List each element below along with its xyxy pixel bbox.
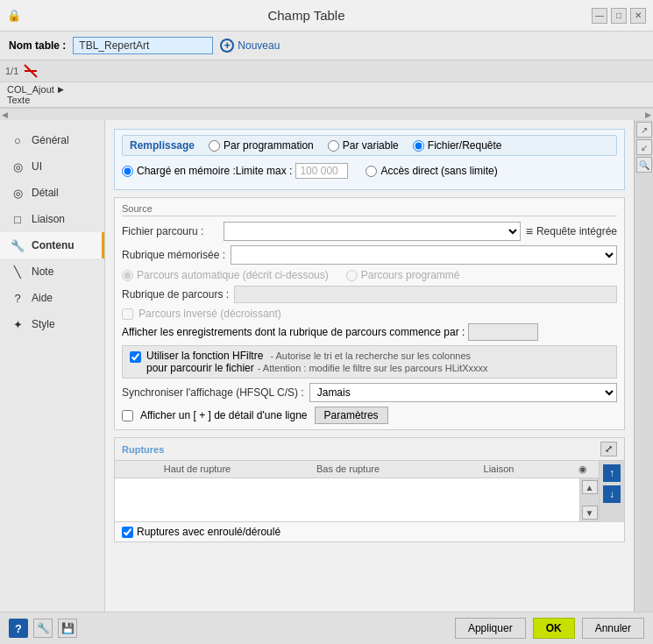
ok-button[interactable]: OK [533, 618, 575, 639]
fichier-requete-radio[interactable] [413, 140, 424, 152]
hfiltre-text-group: Utiliser la fonction HFiltre - Autorise … [146, 350, 488, 374]
nav-delete-button[interactable] [22, 62, 39, 80]
ruptures-table: Haut de rupture Bas de rupture Liaison ◉… [115, 461, 599, 522]
parcours-prog-radio[interactable] [346, 270, 358, 281]
rubrique-parcours-label: Rubrique de parcours : [122, 288, 229, 301]
fichier-parcouru-row: Fichier parcouru : ≡ Requête intégrée [122, 222, 617, 241]
ruptures-section: Ruptures ⤢ Haut de rupture Bas de ruptur… [114, 437, 625, 542]
sidebar-item-liaison[interactable]: □ Liaison [0, 206, 104, 232]
ruptures-scroll-down[interactable]: ▼ [582, 506, 598, 520]
hfiltre-label1: Utiliser la fonction HFiltre [146, 350, 263, 362]
nom-table-label: Nom table : [9, 39, 66, 52]
ruptures-expand-button[interactable]: ⤢ [600, 442, 617, 456]
remplissage-section: Remplissage Par programmation Par variab… [114, 129, 625, 190]
charge-memoire-label: Chargé en mémoire :Limite max : [137, 165, 292, 177]
rubrique-memo-select[interactable] [231, 245, 617, 265]
bottom-icon-btn2[interactable]: 💾 [58, 619, 77, 638]
plus-icon: + [220, 39, 234, 53]
afficher-detail-checkbox[interactable] [122, 410, 133, 421]
afficher-commence-row: Afficher les enregistrements dont la rub… [122, 323, 617, 341]
parcours-inverse-checkbox[interactable] [122, 308, 133, 320]
ruptures-side-btns: ▲ ▼ [579, 478, 599, 521]
general-icon: ○ [11, 133, 25, 147]
rubrique-parcours-input[interactable] [234, 286, 617, 303]
parcours-auto-radio[interactable] [122, 270, 133, 281]
sidebar-label-aide: Aide [32, 292, 53, 304]
detail-icon: ◎ [11, 186, 25, 200]
sidebar-item-contenu[interactable]: 🔧 Contenu [0, 232, 104, 258]
window-title: Champ Table [21, 8, 592, 23]
charge-memoire-row: Chargé en mémoire :Limite max : Accès di… [122, 163, 617, 179]
afficher-input[interactable] [468, 323, 538, 341]
acces-direct-radio[interactable] [366, 166, 377, 177]
ruptures-move-down-button[interactable]: ↓ [603, 485, 621, 503]
sidebar-item-ui[interactable]: ◎ UI [0, 153, 104, 180]
afficher-label: Afficher les enregistrements dont la rub… [122, 326, 465, 338]
parametres-button[interactable]: Paramètres [315, 407, 388, 424]
parcours-inverse-label: Parcours inversé (décroissant) [138, 308, 281, 320]
sidebar-item-detail[interactable]: ◎ Détail [0, 180, 104, 206]
minimize-button[interactable]: — [592, 8, 607, 24]
rubrique-parcours-row: Rubrique de parcours : [122, 286, 617, 303]
afficher-detail-label: Afficher un [ + ] de détail d'une ligne [140, 409, 308, 421]
contenu-icon: 🔧 [11, 238, 25, 252]
annuler-button[interactable]: Annuler [582, 618, 644, 639]
sidebar-label-contenu: Contenu [32, 239, 75, 251]
bottom-right: Appliquer OK Annuler [455, 618, 644, 639]
nouveau-button[interactable]: + Nouveau [220, 39, 280, 53]
help-button[interactable]: ? [9, 619, 28, 638]
h-scroll-bar[interactable]: ◀ ▶ [0, 108, 653, 120]
rubrique-memo-label: Rubrique mémorisée : [122, 249, 225, 261]
hfiltre-checkbox[interactable] [130, 351, 141, 363]
maximize-button[interactable]: □ [611, 8, 627, 24]
fichier-parcouru-select[interactable] [224, 222, 521, 241]
par-variable-label: Par variable [343, 139, 399, 152]
ruptures-enroule-checkbox[interactable] [122, 527, 133, 538]
par-programmation-radio[interactable] [209, 140, 220, 152]
ruptures-scroll-up[interactable]: ▲ [582, 480, 598, 494]
sidebar-label-note: Note [32, 265, 53, 278]
rubrique-memo-row: Rubrique mémorisée : [122, 245, 617, 265]
ruptures-move-up-button[interactable]: ↑ [603, 464, 621, 482]
nom-table-input[interactable] [73, 37, 213, 54]
col-liaison-header: Liaison [423, 464, 574, 475]
remplissage-label: Remplissage [130, 139, 195, 152]
remplissage-tabs: Remplissage Par programmation Par variab… [122, 135, 617, 156]
nav-bar: 1/1 [0, 60, 653, 82]
menu-icon: ≡ [526, 224, 533, 238]
parcours-prog-label: Parcours programmé [361, 269, 460, 281]
limite-max-input[interactable] [295, 163, 348, 179]
ruptures-table-area: Haut de rupture Bas de rupture Liaison ◉… [115, 461, 624, 522]
bottom-icon-btn1[interactable]: 🔧 [33, 619, 53, 638]
hfiltre-note1: - Autorise le tri et la recherche sur le… [270, 350, 471, 361]
top-bar: Nom table : + Nouveau [0, 32, 653, 60]
ruptures-table-header: Haut de rupture Bas de rupture Liaison ◉ [115, 461, 599, 478]
appliquer-button[interactable]: Appliquer [455, 618, 526, 639]
nav-back-button[interactable]: ↙ [636, 139, 652, 155]
col-ajout-label: COL_Ajout [7, 84, 54, 95]
charge-memoire-radio[interactable] [122, 166, 133, 177]
nav-count: 1/1 [5, 66, 18, 76]
nav-forward-button[interactable]: ↗ [636, 122, 652, 138]
col-extra-header: ◉ [574, 464, 592, 475]
close-button[interactable]: ✕ [630, 8, 646, 24]
col-header-row: COL_Ajout ▶ Texte [0, 82, 653, 108]
nouveau-label: Nouveau [238, 39, 280, 52]
parcours-radio-row: Parcours automatique (décrit ci-dessous)… [122, 269, 617, 281]
sidebar-label-liaison: Liaison [32, 213, 65, 225]
par-variable-radio[interactable] [328, 140, 339, 152]
main-area: ○ Général ◎ UI ◎ Détail □ Liaison 🔧 Cont… [0, 120, 653, 612]
sidebar-item-aide[interactable]: ? Aide [0, 285, 104, 311]
par-variable-group: Par variable [328, 139, 399, 152]
sidebar-item-note[interactable]: ╲ Note [0, 258, 104, 285]
synchro-select[interactable]: JamaisToujoursAutomatique [309, 383, 617, 402]
style-icon: ✦ [11, 317, 25, 331]
nav-search-button[interactable]: 🔍 [636, 157, 652, 173]
sidebar-label-detail: Détail [32, 187, 59, 199]
col-type-label: Texte [7, 95, 30, 105]
ruptures-enroule-label: Ruptures avec enroulé/déroulé [137, 526, 280, 538]
sidebar-item-general[interactable]: ○ Général [0, 127, 104, 153]
requete-integree-button[interactable]: ≡ Requête intégrée [526, 224, 617, 238]
acces-direct-group: Accès direct (sans limite) [366, 165, 497, 177]
sidebar-item-style[interactable]: ✦ Style [0, 311, 104, 337]
